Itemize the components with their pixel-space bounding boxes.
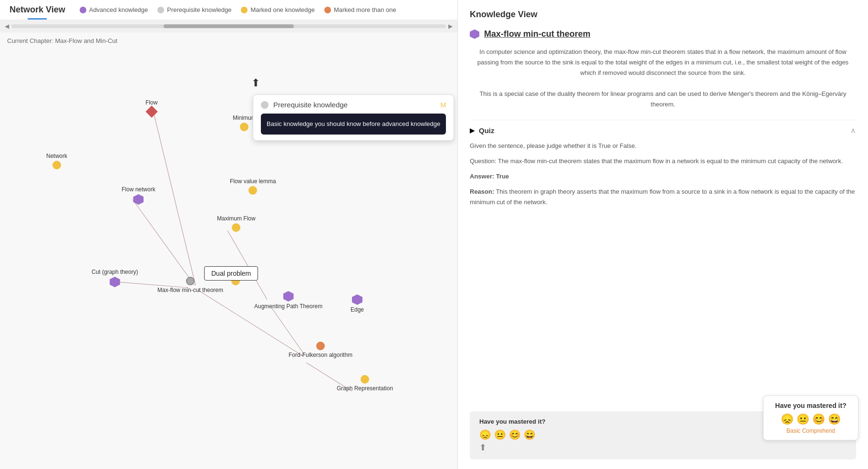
quiz-title: Quiz bbox=[479, 126, 495, 135]
legend-item-prerequisite: Prerequisite knowledge bbox=[157, 6, 231, 13]
mastery-popup-icons: 😞 😐 😊 😄 bbox=[771, 413, 850, 426]
knowledge-description: In computer science and optimization the… bbox=[470, 47, 856, 110]
marked-one-dot bbox=[241, 7, 248, 13]
scrollbar[interactable]: ◀ ▶ bbox=[0, 20, 457, 32]
svg-line-0 bbox=[154, 113, 196, 285]
marked-more-label: Marked more than one bbox=[334, 6, 396, 13]
advanced-dot bbox=[80, 7, 86, 13]
mastery-icon-1[interactable]: 😞 bbox=[781, 413, 794, 426]
node-network[interactable]: Network bbox=[46, 153, 67, 169]
svg-line-1 bbox=[133, 199, 195, 285]
quiz-content: Given the sentence, please judge whether… bbox=[470, 141, 856, 208]
legend-item-marked-more: Marked more than one bbox=[324, 6, 396, 13]
mastery-bottom-icon-3[interactable]: 😊 bbox=[509, 429, 521, 440]
mastery-icon-2[interactable]: 😐 bbox=[796, 413, 809, 426]
tooltip-header: Prerequisite knowledge M bbox=[261, 101, 446, 109]
mastery-bottom-icon-2[interactable]: 😐 bbox=[494, 429, 506, 440]
node-cut-graph[interactable]: Cut (graph theory) bbox=[92, 269, 138, 287]
knowledge-view-header: Knowledge View bbox=[470, 10, 856, 20]
prerequisite-label: Prerequisite knowledge bbox=[167, 6, 231, 13]
chapter-label: Current Chapter: Max-Flow and Min-Cut bbox=[7, 37, 117, 44]
advanced-label: Advanced knowledge bbox=[89, 6, 148, 13]
quiz-answer: Answer: True bbox=[470, 171, 856, 182]
node-edge[interactable]: Edge bbox=[351, 294, 364, 313]
knowledge-icon bbox=[470, 30, 479, 39]
network-panel-header: Network View Advanced knowledge Prerequi… bbox=[0, 0, 457, 20]
marked-more-dot bbox=[324, 7, 331, 13]
legend: Advanced knowledge Prerequisite knowledg… bbox=[80, 6, 396, 13]
network-panel: Network View Advanced knowledge Prerequi… bbox=[0, 0, 458, 469]
marked-one-label: Marked one knowledge bbox=[250, 6, 314, 13]
mastery-popup: Have you mastered it? 😞 😐 😊 😄 Basic Comp… bbox=[763, 396, 858, 440]
quiz-section: ▶ Quiz ∧ Given the sentence, please judg… bbox=[470, 120, 856, 212]
quiz-question: Question: The max-flow min-cut theorem s… bbox=[470, 156, 856, 167]
mastery-icon-3[interactable]: 😊 bbox=[812, 413, 825, 426]
tooltip-dot bbox=[261, 101, 269, 109]
quiz-reason: Reason: This theorem in graph theory ass… bbox=[470, 187, 856, 208]
tooltip-body: Basic knowledge you should know before a… bbox=[261, 114, 446, 135]
legend-item-advanced: Advanced knowledge bbox=[80, 6, 148, 13]
mastery-bottom-icon-4[interactable]: 😄 bbox=[524, 429, 536, 440]
cursor-icon: ⬆ bbox=[251, 77, 260, 89]
mastery-icon-4[interactable]: 😄 bbox=[828, 413, 841, 426]
quiz-header: ▶ Quiz ∧ bbox=[470, 126, 856, 135]
node-maximum-flow[interactable]: Maximum Flow bbox=[217, 215, 256, 232]
prerequisite-dot bbox=[157, 7, 164, 13]
svg-line-3 bbox=[227, 230, 267, 300]
node-graph-rep[interactable]: Graph Representation bbox=[337, 375, 393, 392]
tooltip: Prerequisite knowledge M Basic knowledge… bbox=[253, 94, 454, 141]
callout-dual-problem[interactable]: Dual problem bbox=[204, 266, 258, 281]
legend-item-marked-one: Marked one knowledge bbox=[241, 6, 314, 13]
node-augmenting[interactable]: Augmenting Path Theorem bbox=[254, 291, 322, 310]
cursor-indicator: ⬆ bbox=[479, 442, 847, 453]
scrollbar-thumb[interactable] bbox=[164, 24, 294, 28]
knowledge-title-row: Max-flow min-cut theorem bbox=[470, 29, 856, 39]
node-flow-value-lemma[interactable]: Flow value lemma bbox=[230, 178, 276, 195]
network-view-title: Network View bbox=[10, 5, 65, 15]
knowledge-panel: Knowledge View Max-flow min-cut theorem … bbox=[458, 0, 868, 469]
node-ford-fulkerson[interactable]: Ford-Fulkerson algorithm bbox=[289, 342, 352, 358]
scrollbar-track[interactable] bbox=[11, 24, 446, 28]
knowledge-title-text: Max-flow min-cut theorem bbox=[484, 29, 590, 39]
node-flow-network[interactable]: Flow network bbox=[122, 186, 155, 205]
mastery-bottom-icon-1[interactable]: 😞 bbox=[479, 429, 491, 440]
network-canvas[interactable]: Current Chapter: Max-Flow and Min-Cut bbox=[0, 32, 457, 469]
tooltip-title: Prerequisite knowledge bbox=[273, 101, 348, 109]
quiz-intro: Given the sentence, please judge whether… bbox=[470, 141, 856, 151]
quiz-collapse-icon[interactable]: ∧ bbox=[850, 126, 856, 135]
quiz-header-left: ▶ Quiz bbox=[470, 126, 495, 135]
mastery-popup-title: Have you mastered it? bbox=[771, 402, 850, 409]
node-flow[interactable]: Flow bbox=[145, 99, 157, 116]
mastery-popup-label: Basic Comprehend bbox=[771, 427, 850, 434]
